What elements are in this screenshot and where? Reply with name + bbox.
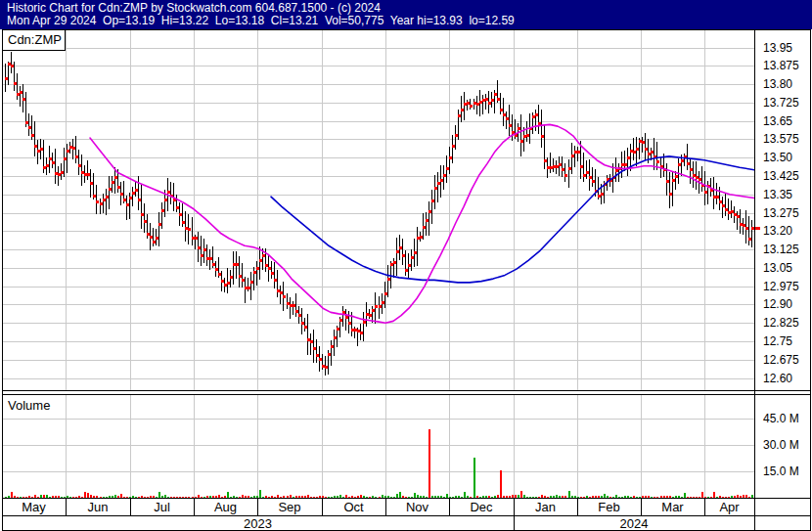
close-tick <box>488 102 491 105</box>
volume-bar <box>440 496 442 498</box>
volume-bar <box>556 495 558 498</box>
volume-bar <box>699 497 700 498</box>
volume-bar <box>541 495 543 498</box>
volume-bar <box>129 497 131 498</box>
volume-bar <box>158 492 160 498</box>
volume-bar <box>512 495 514 498</box>
close-tick <box>497 98 500 101</box>
close-tick <box>615 169 618 172</box>
close-tick <box>375 305 378 308</box>
close-tick <box>574 151 577 154</box>
close-tick <box>379 305 382 308</box>
close-tick <box>485 98 488 101</box>
volume-bar <box>621 497 623 498</box>
close-tick <box>372 309 375 312</box>
volume-bar <box>704 497 706 498</box>
volume-bar <box>734 496 736 498</box>
volume-bar <box>49 497 51 498</box>
close-tick <box>20 91 23 94</box>
volume-bar <box>651 497 653 498</box>
close-tick <box>96 200 99 203</box>
volume-bar <box>633 496 635 498</box>
volume-bar <box>532 497 534 498</box>
close-tick <box>369 314 372 317</box>
close-tick <box>293 304 295 307</box>
close-tick <box>725 208 728 211</box>
volume-bar <box>182 497 184 498</box>
close-tick <box>164 199 167 201</box>
volume-bar <box>713 492 715 498</box>
volume-bar <box>17 497 19 498</box>
volume-bar <box>696 497 698 498</box>
volume-bar <box>34 495 36 498</box>
volume-bar <box>287 496 289 498</box>
volume-bar <box>345 495 347 498</box>
close-tick <box>23 98 25 101</box>
volume-bar <box>245 496 247 498</box>
month-label: Sep <box>257 500 322 514</box>
volume-bar <box>716 497 718 498</box>
volume-bar <box>328 497 330 498</box>
volume-bar <box>669 496 671 498</box>
close-tick <box>621 163 624 166</box>
volume-bar <box>201 497 203 498</box>
close-tick <box>734 213 737 216</box>
close-tick <box>201 254 203 257</box>
volume-bar <box>589 497 591 498</box>
close-tick <box>630 150 633 153</box>
price-axis-label: 13.275 <box>763 206 799 220</box>
volume-bar <box>411 497 413 498</box>
volume-bar <box>206 496 208 498</box>
close-tick <box>390 263 393 266</box>
close-tick <box>117 186 120 189</box>
volume-bar <box>684 493 686 498</box>
close-tick <box>414 251 417 254</box>
close-tick <box>440 179 443 182</box>
volume-bar <box>627 496 629 498</box>
volume-bar <box>559 496 561 498</box>
volume-bar <box>455 496 457 498</box>
volume-bar <box>574 496 576 498</box>
close-tick <box>476 103 479 106</box>
volume-bar <box>43 495 45 498</box>
price-axis-label: 13.05 <box>763 261 792 275</box>
close-tick <box>153 241 156 243</box>
close-tick <box>259 259 262 262</box>
close-tick <box>93 195 96 198</box>
volume-bar <box>298 496 300 498</box>
close-tick <box>25 121 28 124</box>
close-tick <box>503 113 506 116</box>
close-tick <box>719 200 722 203</box>
close-tick <box>271 272 274 275</box>
close-tick <box>429 210 431 213</box>
symbol-label-box: Cdn:ZMP <box>3 30 66 51</box>
month-label: Nov <box>385 500 449 514</box>
close-tick <box>52 161 55 164</box>
volume-bar <box>550 496 552 498</box>
symbol-label: Cdn:ZMP <box>8 32 62 47</box>
volume-bar <box>719 496 721 498</box>
volume-bar <box>354 497 356 498</box>
close-tick <box>287 302 290 305</box>
price-volume-chart-canvas[interactable] <box>0 0 812 531</box>
volume-bar <box>470 497 472 498</box>
close-tick <box>334 336 337 339</box>
volume-bar <box>672 497 674 498</box>
volume-bar <box>84 492 86 498</box>
close-tick <box>512 131 515 134</box>
close-tick <box>645 148 648 151</box>
close-tick <box>256 267 259 270</box>
close-tick <box>304 326 307 329</box>
volume-bar <box>322 496 324 498</box>
month-label: Dec <box>449 500 514 514</box>
price-axis-label: 12.75 <box>763 334 792 348</box>
volume-bar <box>277 495 279 498</box>
close-tick <box>245 287 248 289</box>
volume-bar <box>78 496 80 498</box>
price-axis-label: 13.575 <box>763 132 799 146</box>
volume-bar <box>307 495 309 498</box>
volume-bar <box>304 496 306 498</box>
volume-bar <box>379 497 381 498</box>
volume-bar <box>624 496 626 498</box>
close-tick <box>751 227 754 230</box>
